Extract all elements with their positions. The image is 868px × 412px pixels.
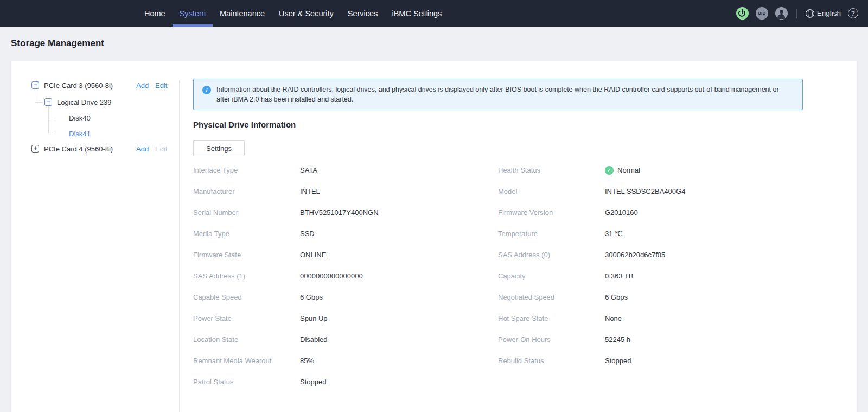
main-nav: Home System Maintenance User & Security … <box>137 0 449 27</box>
field-power-on-hours: Power-On Hours 52245 h <box>498 329 802 350</box>
field-value: 0000000000000000 <box>300 272 363 280</box>
top-nav-bar: Home System Maintenance User & Security … <box>0 0 868 27</box>
tree-node-pcie-card-3: − PCIe Card 3 (9560-8i) Add Edit <box>11 79 179 91</box>
field-label: Rebuild Status <box>498 357 605 365</box>
field-location-state: Location State Disabled <box>193 329 497 350</box>
field-value: SATA <box>300 166 317 174</box>
nav-tab-system[interactable]: System <box>173 0 213 27</box>
field-negotiated-speed: Negotiated Speed 6 Gbps <box>498 287 802 308</box>
field-value: SSD <box>300 230 315 238</box>
health-ok-icon: ✓ <box>605 166 614 175</box>
nav-tab-ibmc-settings[interactable]: iBMC Settings <box>385 0 449 27</box>
field-label: Power State <box>193 314 300 322</box>
uid-icon[interactable]: UID <box>756 7 768 20</box>
tree-label-disk41[interactable]: Disk41 <box>69 130 91 138</box>
field-hot-spare-state: Hot Spare State None <box>498 308 802 329</box>
field-value: Stopped <box>300 378 326 386</box>
nav-tab-home[interactable]: Home <box>137 0 173 27</box>
field-label: Interface Type <box>193 166 300 174</box>
field-label: Capacity <box>498 272 605 280</box>
field-media-type: Media Type SSD <box>193 223 497 244</box>
expand-icon[interactable]: + <box>31 145 39 153</box>
field-label: Firmware State <box>193 251 300 259</box>
tree-label-disk40[interactable]: Disk40 <box>69 114 91 122</box>
field-patrol-status: Patrol Status Stopped <box>193 371 497 392</box>
settings-button[interactable]: Settings <box>193 140 245 156</box>
field-power-state: Power State Spun Up <box>193 308 497 329</box>
topbar-icons: UID English ? <box>736 0 858 27</box>
field-interface-type: Interface Type SATA <box>193 160 497 181</box>
field-value: 300062b20d6c7f05 <box>605 251 665 259</box>
field-model: Model INTEL SSDSC2BA400G4 <box>498 181 802 202</box>
field-capacity: Capacity 0.363 TB <box>498 265 802 287</box>
field-label: Location State <box>193 335 300 344</box>
info-banner-text: Information about the RAID controllers, … <box>216 85 792 104</box>
field-label: Capable Speed <box>193 293 300 301</box>
field-sas-address-1: SAS Address (1) 0000000000000000 <box>193 265 497 287</box>
collapse-icon[interactable]: − <box>31 81 39 89</box>
field-value: Disabled <box>300 335 328 344</box>
tree-node-disk40: Disk40 <box>11 112 179 124</box>
edit-link-card3[interactable]: Edit <box>155 81 167 90</box>
section-title: Physical Drive Information <box>193 120 296 129</box>
field-label: Patrol Status <box>193 378 300 386</box>
field-rebuild-status: Rebuild Status Stopped <box>498 350 802 371</box>
field-value: 85% <box>300 357 314 365</box>
field-label: Model <box>498 187 605 195</box>
field-value: INTEL <box>300 187 320 195</box>
field-capable-speed: Capable Speed 6 Gbps <box>193 287 497 308</box>
language-label: English <box>817 9 841 17</box>
field-value: 6 Gbps <box>300 293 323 301</box>
field-remnant-media-wearout: Remnant Media Wearout 85% <box>193 350 497 371</box>
field-value: Stopped <box>605 357 631 365</box>
field-sas-address-0: SAS Address (0) 300062b20d6c7f05 <box>498 244 802 265</box>
field-label: Serial Number <box>193 208 300 217</box>
help-icon[interactable]: ? <box>848 8 858 18</box>
field-label: Negotiated Speed <box>498 293 605 301</box>
globe-icon <box>806 9 814 18</box>
field-temperature: Temperature 31 ℃ <box>498 223 802 244</box>
field-label: Power-On Hours <box>498 335 605 344</box>
fields-right-column: Health Status ✓ Normal Model INTEL SSDSC… <box>498 160 802 371</box>
page-title: Storage Management <box>11 38 104 49</box>
field-value: 31 ℃ <box>605 230 623 238</box>
field-value: Normal <box>617 166 640 174</box>
field-firmware-state: Firmware State ONLINE <box>193 244 497 265</box>
field-label: Hot Spare State <box>498 314 605 322</box>
field-label: SAS Address (1) <box>193 272 300 280</box>
language-selector[interactable]: English <box>806 9 841 18</box>
field-label: Temperature <box>498 230 605 238</box>
field-label: Health Status <box>498 166 605 174</box>
tree-label-pcie-card-4[interactable]: PCIe Card 4 (9560-8i) <box>44 145 113 153</box>
field-value: ONLINE <box>300 251 326 259</box>
field-value: G2010160 <box>605 208 638 217</box>
topbar-separator <box>796 9 797 18</box>
info-icon: i <box>202 86 211 94</box>
tree-content-divider <box>179 80 180 412</box>
field-health-status: Health Status ✓ Normal <box>498 160 802 181</box>
field-firmware-version: Firmware Version G2010160 <box>498 202 802 223</box>
power-icon[interactable] <box>736 7 749 20</box>
tree-label-pcie-card-3[interactable]: PCIe Card 3 (9560-8i) <box>44 81 113 90</box>
edit-link-card4: Edit <box>155 145 167 153</box>
field-value: Spun Up <box>300 314 328 322</box>
field-value: 52245 h <box>605 335 630 344</box>
collapse-icon[interactable]: − <box>44 98 52 106</box>
field-label: Manufacturer <box>193 187 300 195</box>
field-label: Media Type <box>193 230 300 238</box>
fields-left-column: Interface Type SATA Manufacturer INTEL S… <box>193 160 497 392</box>
tree-node-disk41: Disk41 <box>11 128 179 140</box>
add-link-card4[interactable]: Add <box>136 145 149 153</box>
field-label: Remnant Media Wearout <box>193 357 300 365</box>
tree-node-pcie-card-4: + PCIe Card 4 (9560-8i) Add Edit <box>11 143 179 155</box>
field-value: None <box>605 314 622 322</box>
nav-tab-maintenance[interactable]: Maintenance <box>213 0 272 27</box>
user-avatar-icon[interactable] <box>775 7 788 20</box>
field-label: SAS Address (0) <box>498 251 605 259</box>
field-value: INTEL SSDSC2BA400G4 <box>605 187 685 195</box>
nav-tab-user-security[interactable]: User & Security <box>272 0 341 27</box>
tree-label-logical-drive-239[interactable]: Logical Drive 239 <box>57 98 111 106</box>
add-link-card3[interactable]: Add <box>136 81 149 90</box>
field-value: 6 Gbps <box>605 293 628 301</box>
nav-tab-services[interactable]: Services <box>341 0 385 27</box>
